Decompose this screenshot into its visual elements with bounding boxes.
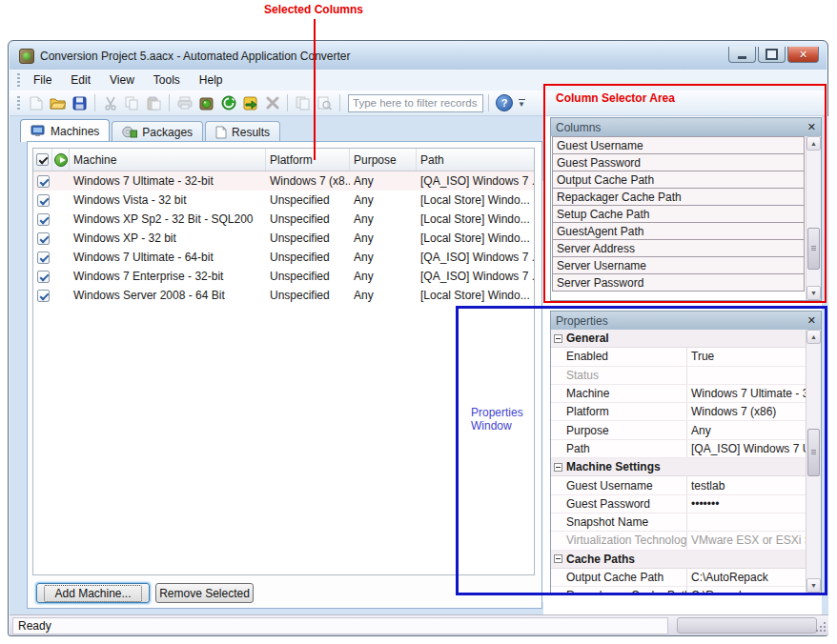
row-checkbox[interactable] — [33, 232, 52, 245]
machine-purpose: Any — [350, 193, 417, 207]
resize-grip[interactable] — [816, 622, 826, 632]
minimize-button[interactable] — [728, 47, 756, 63]
row-checkbox[interactable] — [33, 194, 52, 207]
machine-purpose: Any — [350, 251, 417, 264]
machine-row[interactable]: Windows XP Sp2 - 32 Bit - SQL200 Unspeci… — [33, 210, 534, 229]
new-project-icon[interactable] — [26, 93, 46, 113]
machine-row[interactable]: Windows 7 Enterprise - 32-bit Unspecifie… — [33, 267, 534, 286]
help-icon[interactable]: ? — [496, 94, 513, 111]
machine-name: Windows XP - 32 bit — [70, 231, 266, 245]
run-status-icon — [52, 149, 70, 171]
title-bar[interactable]: Conversion Project 5.aacx - Automated Ap… — [10, 42, 827, 70]
copy-icon[interactable] — [122, 93, 142, 113]
machine-purpose: Any — [350, 270, 417, 283]
tab-packages-label: Packages — [142, 126, 193, 139]
maximize-button[interactable] — [758, 47, 786, 63]
window-title: Conversion Project 5.aacx - Automated Ap… — [40, 50, 351, 63]
tab-results[interactable]: Results — [205, 121, 280, 142]
filter-records-input[interactable] — [348, 94, 483, 112]
save-icon[interactable] — [70, 93, 90, 113]
machine-platform: Unspecified — [266, 270, 350, 283]
annotation-properties-box — [456, 306, 827, 595]
add-machine-button[interactable]: Add Machine... — [36, 583, 150, 603]
row-checkbox[interactable] — [33, 252, 52, 264]
row-checkbox[interactable] — [33, 290, 52, 302]
annotation-column-selector-box: Column Selector Area — [543, 84, 827, 303]
menu-item[interactable]: Edit — [61, 71, 100, 89]
machine-rows: Windows 7 Ultimate - 32-bit Windows 7 (x… — [33, 171, 534, 305]
remove-selected-button[interactable]: Remove Selected — [155, 583, 254, 603]
annotation-column-selector-label: Column Selector Area — [556, 91, 675, 105]
machine-row[interactable]: Windows 7 Ultimate - 32-bit Windows 7 (x… — [33, 171, 534, 191]
machine-platform: Unspecified — [266, 193, 350, 207]
machine-platform: Unspecified — [266, 212, 350, 226]
preview-icon[interactable] — [315, 93, 335, 113]
paste-icon[interactable] — [144, 93, 164, 113]
menu-item[interactable]: File — [24, 71, 61, 89]
report-pages-icon[interactable] — [293, 93, 313, 113]
machine-name: Windows 7 Enterprise - 32-bit — [70, 270, 266, 283]
machine-row[interactable]: Windows XP - 32 bit Unspecified Any [Loc… — [33, 229, 534, 248]
package-icon[interactable] — [196, 93, 216, 113]
machine-name: Windows 7 Ultimate - 64-bit — [70, 251, 266, 264]
header-platform[interactable]: Platform — [266, 149, 350, 171]
open-project-icon[interactable] — [48, 93, 68, 113]
machine-path: [Local Store] Windo... — [417, 289, 534, 302]
progress-pane — [677, 617, 817, 634]
machine-platform: Unspecified — [266, 251, 350, 264]
machine-name: Windows 7 Ultimate - 32-bit — [70, 174, 266, 188]
tab-strip: Machines Packages Results — [20, 119, 280, 142]
screenshot-root: Conversion Project 5.aacx - Automated Ap… — [0, 0, 837, 644]
machine-path: [Local Store] Windo... — [417, 231, 534, 245]
tab-machines-label: Machines — [51, 125, 99, 138]
menu-item[interactable]: Help — [190, 71, 233, 89]
machine-platform: Unspecified — [266, 231, 350, 245]
toolbar-overflow-icon[interactable]: ▾ — [515, 93, 528, 112]
printer-icon[interactable] — [174, 93, 194, 113]
select-all-checkbox[interactable] — [33, 149, 52, 171]
toolbar-separator — [287, 94, 288, 111]
machine-name: Windows Server 2008 - 64 Bit — [70, 289, 266, 302]
machine-row[interactable]: Windows Vista - 32 bit Unspecified Any [… — [33, 191, 534, 210]
machine-purpose: Any — [350, 289, 417, 302]
row-checkbox[interactable] — [33, 213, 52, 226]
tab-results-label: Results — [232, 126, 270, 139]
machine-path: [QA_ISO] Windows 7 ... — [417, 270, 534, 283]
export-run-icon[interactable] — [240, 93, 260, 113]
tab-machines[interactable]: Machines — [20, 119, 110, 142]
window-controls: ✕ — [728, 47, 819, 63]
machine-path: [Local Store] Windo... — [417, 212, 534, 226]
row-checkbox[interactable] — [33, 271, 52, 283]
status-text: Ready — [12, 617, 668, 634]
header-purpose[interactable]: Purpose — [350, 149, 417, 171]
close-button[interactable]: ✕ — [787, 47, 819, 63]
menu-grip-handle[interactable] — [17, 73, 20, 87]
menu-item[interactable]: Tools — [144, 71, 190, 89]
machine-purpose: Any — [350, 231, 417, 245]
menu-item[interactable]: View — [100, 71, 144, 89]
machine-path: [QA_ISO] Windows 7 ... — [417, 174, 534, 188]
toolbar-separator — [94, 94, 95, 111]
annotation-pointer-line — [314, 19, 316, 160]
machine-platform: Unspecified — [266, 289, 350, 302]
toolbar-grip-handle[interactable] — [17, 96, 20, 110]
machine-row[interactable]: Windows Server 2008 - 64 Bit Unspecified… — [33, 286, 534, 305]
annotation-properties-window-label: Properties Window — [471, 406, 538, 433]
tab-packages[interactable]: Packages — [112, 121, 203, 142]
stop-icon[interactable] — [262, 93, 282, 113]
cut-icon[interactable] — [100, 93, 120, 113]
machine-row[interactable]: Windows 7 Ultimate - 64-bit Unspecified … — [33, 248, 534, 267]
header-machine[interactable]: Machine — [70, 149, 266, 171]
row-checkbox[interactable] — [33, 175, 52, 188]
refresh-icon[interactable] — [218, 93, 238, 113]
annotation-selected-columns-label: Selected Columns — [242, 3, 385, 16]
machine-platform: Windows 7 (x8... — [266, 174, 350, 188]
app-package-icon — [19, 49, 34, 64]
monitor-icon — [31, 125, 46, 137]
header-path[interactable]: Path — [417, 149, 534, 171]
machine-list-header: Machine Platform Purpose Path — [33, 149, 534, 171]
machine-purpose: Any — [350, 174, 417, 188]
toolbar-separator — [339, 94, 340, 111]
machine-purpose: Any — [350, 212, 417, 226]
toolbar-separator — [169, 94, 170, 111]
